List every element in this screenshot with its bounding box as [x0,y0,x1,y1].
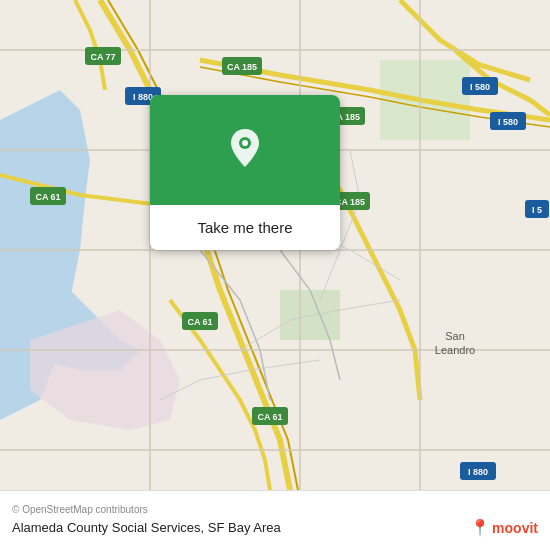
svg-text:CA 185: CA 185 [227,62,257,72]
svg-text:CA 61: CA 61 [35,192,60,202]
svg-text:Leandro: Leandro [435,344,475,356]
moovit-logo-text: moovit [492,520,538,536]
svg-rect-2 [280,290,340,340]
location-popup: Take me there [150,95,340,250]
svg-text:I 5: I 5 [532,205,542,215]
moovit-pin-icon: 📍 [470,518,490,537]
location-label: Alameda County Social Services, SF Bay A… [12,520,281,535]
map-view: CA 77 I 880 CA 185 I 580 I 580 CA 185 CA… [0,0,550,490]
bottom-bar: © OpenStreetMap contributors Alameda Cou… [0,490,550,550]
svg-text:I 880: I 880 [468,467,488,477]
svg-text:CA 77: CA 77 [90,52,115,62]
svg-text:CA 61: CA 61 [187,317,212,327]
svg-text:CA 61: CA 61 [257,412,282,422]
take-me-there-button[interactable]: Take me there [150,205,340,250]
location-info: Alameda County Social Services, SF Bay A… [12,518,538,537]
location-pin-icon [223,123,267,177]
popup-header [150,95,340,205]
moovit-brand: 📍 moovit [470,518,538,537]
svg-text:San: San [445,330,465,342]
map-attribution: © OpenStreetMap contributors [12,504,538,515]
svg-text:I 580: I 580 [470,82,490,92]
svg-point-31 [242,140,248,146]
svg-text:I 580: I 580 [498,117,518,127]
